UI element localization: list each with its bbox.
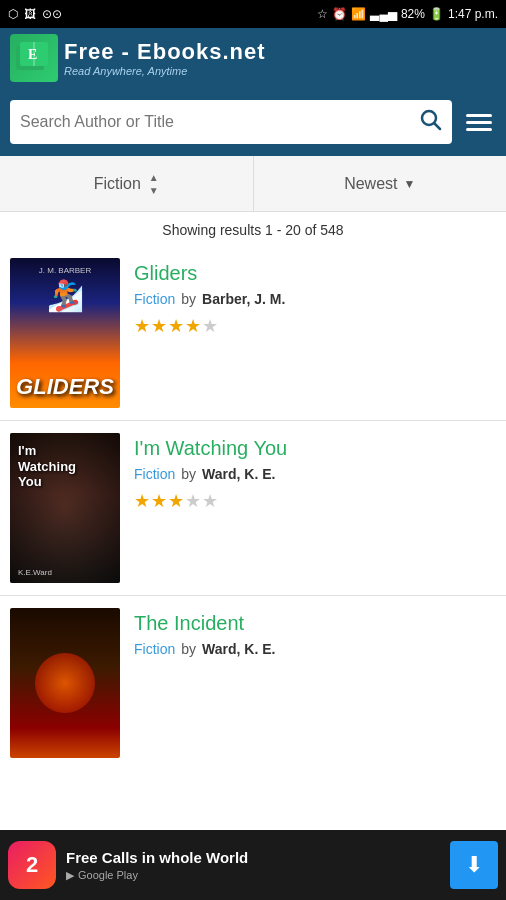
sort-up-arrow: ▲ [149, 172, 159, 183]
star-4: ★ [185, 316, 202, 336]
ad-source-label: Google Play [78, 869, 138, 881]
book-author-gliders: Barber, J. M. [202, 291, 285, 307]
logo-title: Free - Ebooks.net [64, 39, 266, 65]
book-by-watching: by [181, 466, 196, 482]
hamburger-line-3 [466, 128, 492, 131]
logo-subtitle: Read Anywhere, Anytime [64, 65, 266, 77]
book-author-watching: Ward, K. E. [202, 466, 275, 482]
star-w-4: ★ [185, 491, 202, 511]
star-5: ★ [202, 316, 219, 336]
genre-label: Fiction [94, 175, 141, 193]
alarm-icon: ⏰ [332, 7, 347, 21]
book-meta-watching: Fiction by Ward, K. E. [134, 466, 496, 482]
search-input[interactable] [20, 113, 420, 131]
svg-line-5 [435, 123, 441, 129]
hamburger-menu-button[interactable] [462, 110, 496, 135]
book-info-incident: The Incident Fiction by Ward, K. E. [134, 608, 496, 665]
book-by-gliders: by [181, 291, 196, 307]
battery-percent: 82% [401, 7, 425, 21]
book-cover-watching: I'mWatchingYou K.E.Ward [10, 433, 120, 583]
book-title-watching: I'm Watching You [134, 437, 496, 460]
book-info-gliders: Gliders Fiction by Barber, J. M. ★★★★★ [134, 258, 496, 337]
book-cover-incident [10, 608, 120, 758]
gliders-cover-title: GLIDERS [16, 374, 114, 408]
wifi-icon: 📶 [351, 7, 366, 21]
search-row [10, 100, 496, 144]
book-stars-gliders: ★★★★★ [134, 315, 496, 337]
star-w-5: ★ [202, 491, 219, 511]
status-icons-left: ⬡ 🖼 ⊙⊙ [8, 7, 62, 21]
search-bar-container [0, 92, 506, 156]
book-cover-gliders: J. M. BARBER 🏂 GLIDERS [10, 258, 120, 408]
hamburger-line-2 [466, 121, 492, 124]
incident-glow [35, 653, 95, 713]
star-2: ★ [151, 316, 168, 336]
star-1: ★ [134, 316, 151, 336]
results-summary: Showing results 1 - 20 of 548 [0, 212, 506, 246]
dropbox-icon: ⬡ [8, 7, 18, 21]
book-info-watching: I'm Watching You Fiction by Ward, K. E. … [134, 433, 496, 512]
ad-title: Free Calls in whole World [66, 849, 440, 866]
book-item-incident[interactable]: The Incident Fiction by Ward, K. E. [0, 596, 506, 839]
book-genre-incident: Fiction [134, 641, 175, 657]
results-text: Showing results 1 - 20 of 548 [162, 222, 343, 238]
battery-icon: 🔋 [429, 7, 444, 21]
hamburger-line-1 [466, 114, 492, 117]
image-icon: 🖼 [24, 7, 36, 21]
star-w-1: ★ [134, 491, 151, 511]
book-title-gliders: Gliders [134, 262, 496, 285]
genre-filter[interactable]: Fiction ▲ ▼ [0, 156, 254, 211]
sort-label: Newest [344, 175, 397, 193]
watching-cover-author: K.E.Ward [18, 568, 52, 577]
book-by-incident: by [181, 641, 196, 657]
book-genre-watching: Fiction [134, 466, 175, 482]
voicemail-icon: ⊙⊙ [42, 7, 62, 21]
download-arrow-icon: ⬇ [465, 852, 483, 878]
time-display: 1:47 p.m. [448, 7, 498, 21]
star-3: ★ [168, 316, 185, 336]
ad-source: ▶ Google Play [66, 869, 440, 882]
book-item-gliders[interactable]: J. M. BARBER 🏂 GLIDERS Gliders Fiction b… [0, 246, 506, 421]
search-input-wrapper[interactable] [10, 100, 452, 144]
star-w-3: ★ [168, 491, 185, 511]
sort-dropdown-arrow: ▼ [403, 177, 415, 191]
book-genre-gliders: Fiction [134, 291, 175, 307]
status-bar: ⬡ 🖼 ⊙⊙ ☆ ⏰ 📶 ▃▄▅ 82% 🔋 1:47 p.m. [0, 0, 506, 28]
book-meta-incident: Fiction by Ward, K. E. [134, 641, 496, 657]
bluetooth-icon: ☆ [317, 7, 328, 21]
logo: E Free - Ebooks.net Read Anywhere, Anyti… [10, 34, 266, 82]
sort-down-arrow: ▼ [149, 185, 159, 196]
ad-content: Free Calls in whole World ▶ Google Play [66, 849, 440, 882]
ad-banner[interactable]: 2 Free Calls in whole World ▶ Google Pla… [0, 830, 506, 900]
ad-app-icon: 2 [8, 841, 56, 889]
signal-icon: ▃▄▅ [370, 7, 397, 21]
book-title-incident: The Incident [134, 612, 496, 635]
book-item-watching[interactable]: I'mWatchingYou K.E.Ward I'm Watching You… [0, 421, 506, 596]
star-w-2: ★ [151, 491, 168, 511]
watching-cover-title: I'mWatchingYou [18, 443, 76, 490]
status-icons-right: ☆ ⏰ 📶 ▃▄▅ 82% 🔋 1:47 p.m. [317, 7, 498, 21]
filter-row: Fiction ▲ ▼ Newest ▼ [0, 156, 506, 212]
ad-app-icon-label: 2 [26, 852, 38, 878]
book-list: J. M. BARBER 🏂 GLIDERS Gliders Fiction b… [0, 246, 506, 839]
logo-text: Free - Ebooks.net Read Anywhere, Anytime [64, 39, 266, 77]
search-button[interactable] [420, 109, 442, 136]
sort-filter[interactable]: Newest ▼ [254, 156, 507, 211]
svg-text:E: E [28, 47, 37, 62]
app-header: E Free - Ebooks.net Read Anywhere, Anyti… [0, 28, 506, 92]
gliders-figure-icon: 🏂 [47, 278, 84, 313]
book-stars-watching: ★★★★★ [134, 490, 496, 512]
logo-icon: E [10, 34, 58, 82]
book-meta-gliders: Fiction by Barber, J. M. [134, 291, 496, 307]
book-author-incident: Ward, K. E. [202, 641, 275, 657]
ad-download-button[interactable]: ⬇ [450, 841, 498, 889]
genre-sort-arrows: ▲ ▼ [149, 172, 159, 196]
google-play-icon: ▶ [66, 869, 74, 882]
